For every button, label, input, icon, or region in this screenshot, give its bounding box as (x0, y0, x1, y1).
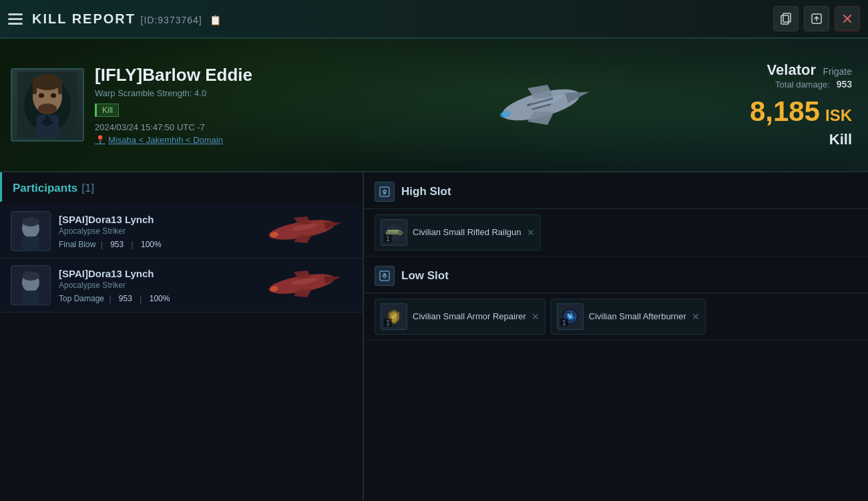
high-slot-icon (375, 182, 395, 202)
participant-avatar (11, 211, 51, 251)
list-item: 1 Civilian Small Rifled Railgun ✕ (375, 214, 541, 251)
stat-label: Final Blow (59, 240, 95, 249)
high-slot-title: High Slot (401, 185, 451, 198)
low-slot-items: 1 Civilian Small Armor Repairer ✕ (364, 293, 868, 341)
avatar (11, 68, 84, 142)
item-name: Civilian Small Rifled Railgun (413, 227, 521, 238)
svg-rect-41 (383, 273, 386, 276)
svg-rect-7 (33, 81, 37, 94)
participants-title: Participants (13, 182, 77, 195)
percent-stat: 100% (141, 240, 162, 249)
participant-row: [SPAI]Dora13 Lynch Apocalypse Striker To… (0, 259, 363, 313)
damage-value: 953 (837, 79, 852, 90)
copy-icon[interactable]: 📋 (210, 15, 222, 25)
low-slot-header: Low Slot (364, 257, 868, 293)
isk-label: ISK (825, 106, 852, 125)
low-slot-title: Low Slot (401, 269, 449, 283)
location-text: Misaba < Jakemhih < Domain (108, 135, 223, 145)
high-slot-header: High Slot (364, 172, 868, 209)
participants-count: [1] (81, 182, 94, 195)
report-id: [ID:9373764] (141, 15, 202, 25)
item-icon: 1 (557, 303, 584, 330)
svg-rect-8 (58, 81, 62, 94)
svg-rect-28 (22, 291, 39, 304)
item-name: Civilian Small Armor Repairer (413, 311, 526, 323)
participant-avatar (11, 265, 51, 305)
svg-point-11 (38, 104, 57, 114)
main-content: Participants [1] [SPAI]Dora13 Lynch Apoc… (0, 172, 868, 501)
close-button[interactable] (835, 6, 860, 31)
hero-stats: Velator Frigate Total damage: 953 8,185 … (654, 39, 868, 171)
list-item: 1 Civilian Small Armor Repairer ✕ (375, 299, 546, 335)
menu-icon[interactable] (8, 13, 23, 25)
item-qty: 1 (384, 319, 392, 327)
page-title: KILL REPORT [ID:9373764] 📋 (32, 11, 773, 27)
kill-badge: Kill (95, 104, 119, 117)
svg-rect-21 (22, 236, 39, 250)
participant-ship (252, 261, 352, 310)
participants-header: Participants [1] (0, 172, 363, 202)
damage-row: Total damage: 953 (775, 79, 852, 90)
outcome-label: Kill (829, 131, 852, 148)
isk-value: 8,185 (750, 98, 820, 126)
damage-stat: 953 (119, 294, 132, 303)
svg-rect-33 (383, 192, 386, 194)
damage-stat: 953 (110, 240, 124, 249)
participant-ship (252, 206, 352, 256)
high-slot-items: 1 Civilian Small Rifled Railgun ✕ (364, 209, 868, 257)
item-close-button[interactable]: ✕ (686, 311, 700, 322)
stat-label: Top Damage (59, 294, 104, 303)
svg-rect-1 (783, 13, 791, 22)
percent-stat: 100% (150, 294, 170, 303)
ship-illustration (441, 39, 641, 171)
svg-point-50 (567, 314, 569, 316)
list-item: 1 Civilian Small Afterburner ✕ (551, 299, 706, 335)
item-name: Civilian Small Afterburner (589, 311, 686, 323)
item-icon: 1 (381, 303, 407, 330)
item-qty: 1 (384, 234, 392, 242)
item-close-button[interactable]: ✕ (526, 311, 539, 322)
item-qty: 1 (560, 319, 568, 327)
svg-point-6 (33, 74, 62, 90)
ship-name: Velator (767, 61, 816, 78)
ship-class: Frigate (823, 66, 852, 77)
low-slot-icon (375, 266, 395, 286)
participants-panel: Participants [1] [SPAI]Dora13 Lynch Apoc… (0, 172, 364, 501)
participant-row: [SPAI]Dora13 Lynch Apocalypse Striker Fi… (0, 204, 363, 259)
export-button[interactable] (804, 6, 829, 31)
damage-label: Total damage: (775, 79, 830, 90)
slots-panel: High Slot (364, 172, 868, 501)
copy-button[interactable] (773, 6, 799, 31)
svg-point-20 (22, 217, 39, 226)
svg-point-9 (39, 94, 44, 98)
svg-point-27 (22, 271, 39, 281)
header-actions (773, 6, 860, 31)
location-pin-icon: 📍 (95, 135, 105, 145)
title-text: KILL REPORT (32, 11, 136, 26)
hero-section: [IFLY]Barlow Eddie Warp Scramble Strengt… (0, 39, 868, 172)
item-icon: 1 (381, 219, 407, 246)
svg-point-10 (51, 94, 56, 98)
svg-rect-37 (387, 230, 399, 231)
svg-rect-39 (399, 232, 403, 234)
item-close-button[interactable]: ✕ (521, 227, 535, 238)
header: KILL REPORT [ID:9373764] 📋 (0, 0, 868, 39)
svg-rect-0 (781, 15, 789, 24)
